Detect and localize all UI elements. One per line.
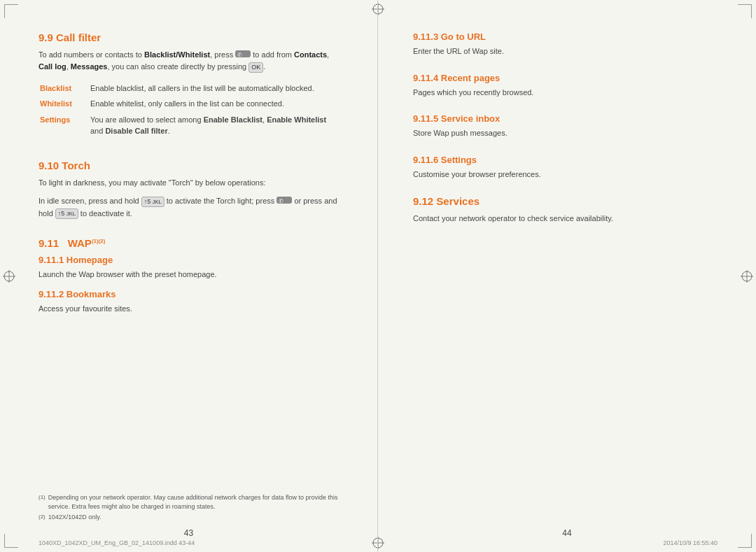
subsection-9-11-2-title: 9.11.2 Bookmarks — [38, 289, 342, 299]
section-9-10-body1: To light in darkness, you may activate "… — [38, 177, 342, 189]
section-9-9-title: 9.9 Call filter — [38, 31, 342, 43]
desc-settings: You are allowed to select among Enable B… — [90, 113, 341, 139]
subsection-9-11-2: 9.11.2 Bookmarks Access your favourite s… — [38, 289, 342, 315]
subsection-9-11-1-body: Launch the Wap browser with the preset h… — [38, 269, 342, 281]
page-left: 9.9 Call filter To add numbers or contac… — [0, 0, 378, 552]
subsection-9-11-3-title: 9.11.3 Go to URL — [413, 31, 718, 42]
page-number-left: 43 — [184, 528, 193, 538]
def-row-whitelist: Whitelist Enable whitelist, only callers… — [40, 97, 341, 111]
footnote-1-num: (1) — [38, 493, 46, 511]
call-button-icon-2: ✆ — [276, 196, 292, 208]
term-blacklist: Blacklist — [40, 81, 89, 96]
call-button-icon: ✆ — [235, 50, 251, 62]
footer-left-text: 1040XD_1042XD_UM_Eng_GB_02_141009.indd 4… — [38, 539, 195, 546]
footer-right-text: 2014/10/9 16:55:40 — [663, 539, 718, 546]
footnote-1: (1) Depending on your network operator. … — [38, 493, 342, 511]
svg-text:✆: ✆ — [279, 198, 284, 204]
subsection-9-11-6-title: 9.11.6 Settings — [413, 155, 718, 165]
definition-table-9-9: Blacklist Enable blacklist, all callers … — [38, 80, 342, 140]
footnote-1-text: Depending on your network operator. May … — [48, 493, 342, 511]
section-9-10: 9.10 Torch To light in darkness, you may… — [38, 160, 342, 226]
subsection-9-11-1-title: 9.11.1 Homepage — [38, 255, 342, 265]
subsection-9-11-2-body: Access your favourite sites. — [38, 303, 342, 315]
page-number-right: 44 — [562, 528, 571, 538]
subsection-9-11-3-body: Enter the URL of Wap site. — [413, 45, 718, 57]
def-row-blacklist: Blacklist Enable blacklist, all callers … — [40, 81, 341, 96]
section-9-12-title: 9.12 Services — [413, 195, 718, 207]
section-9-12: 9.12 Services Contact your network opera… — [413, 195, 718, 232]
subsection-9-11-5: 9.11.5 Service inbox Store Wap push mess… — [413, 113, 718, 146]
desc-whitelist: Enable whitelist, only callers in the li… — [90, 97, 341, 111]
5jkl-key-icon: ↑5 JKL — [141, 197, 164, 207]
term-whitelist: Whitelist — [40, 97, 89, 111]
ok-key-icon: OK — [248, 62, 263, 73]
subsection-9-11-4-body: Pages which you recently browsed. — [413, 87, 718, 99]
section-9-11-title: 9.11 WAP(1)(2) — [38, 237, 342, 249]
term-settings: Settings — [40, 113, 89, 139]
footnotes: (1) Depending on your network operator. … — [38, 486, 342, 524]
footnote-2-text: 1042X/1042D only. — [48, 513, 102, 522]
def-row-settings: Settings You are allowed to select among… — [40, 113, 341, 139]
section-9-10-title: 9.10 Torch — [38, 160, 342, 171]
subsection-9-11-5-title: 9.11.5 Service inbox — [413, 113, 718, 124]
page-right: 9.11.3 Go to URL Enter the URL of Wap si… — [378, 0, 756, 552]
section-9-10-body2: In idle screen, press and hold ↑5 JKL to… — [38, 195, 342, 219]
subsection-9-11-6: 9.11.6 Settings Customise your browser p… — [413, 155, 718, 187]
svg-text:✆: ✆ — [237, 52, 242, 58]
5jkl-key-icon-2: ↑5 JKL — [55, 208, 78, 219]
section-9-11: 9.11 WAP(1)(2) 9.11.1 Homepage Launch th… — [38, 237, 342, 323]
page-spread: 9.9 Call filter To add numbers or contac… — [0, 0, 756, 552]
section-9-9-body: To add numbers or contacts to Blacklist/… — [38, 49, 342, 73]
subsection-9-11-4-title: 9.11.4 Recent pages — [413, 73, 718, 83]
subsection-9-11-4: 9.11.4 Recent pages Pages which you rece… — [413, 73, 718, 106]
subsection-9-11-3: 9.11.3 Go to URL Enter the URL of Wap si… — [413, 31, 718, 64]
subsection-9-11-1: 9.11.1 Homepage Launch the Wap browser w… — [38, 255, 342, 281]
footnote-2-num: (2) — [38, 513, 46, 522]
footnote-2: (2) 1042X/1042D only. — [38, 513, 342, 522]
section-9-12-body: Contact your network operator to check s… — [413, 213, 718, 225]
subsection-9-11-6-body: Customise your browser preferences. — [413, 169, 718, 181]
desc-blacklist: Enable blacklist, all callers in the lis… — [90, 81, 341, 96]
subsection-9-11-5-body: Store Wap push messages. — [413, 127, 718, 139]
section-9-9: 9.9 Call filter To add numbers or contac… — [38, 31, 342, 148]
